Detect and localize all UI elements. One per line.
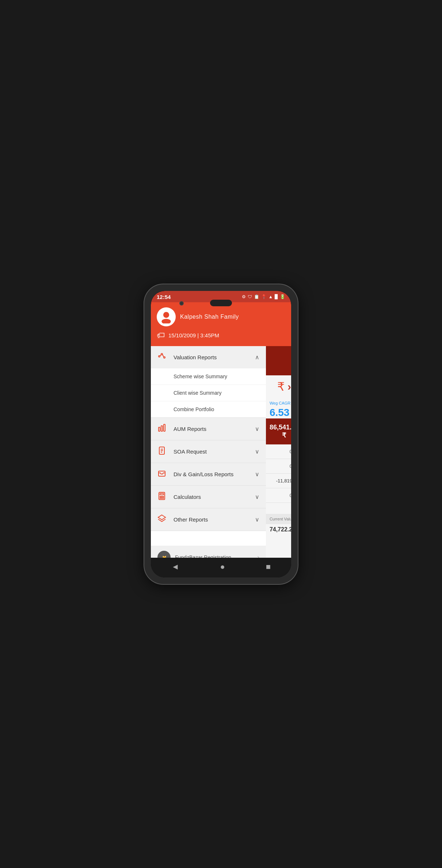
content-area: Valuation Reports ∧ Scheme wise Summary … [151, 346, 291, 558]
forward-chevron-icon[interactable]: › [287, 380, 291, 393]
shield-status-icon: 🛡 [248, 294, 252, 299]
phone-device: 12:54 ⚙ 🛡 📋 📍 ▲ ▉ 🔋 [144, 284, 298, 584]
scheme-wise-summary-item[interactable]: Scheme wise Summary [151, 368, 266, 385]
calculators-header[interactable]: Calculators ∨ [151, 486, 266, 508]
fundzbazar-label: FundzBazar Registration [175, 554, 253, 558]
divgain-chevron-icon: ∨ [255, 471, 259, 478]
fundzbazar-arrow-icon: › [258, 554, 259, 558]
wifi-status-icon: ▲ [268, 294, 273, 299]
background-content: ⋮ ₹ › Weg CAGR 6.53 ↓ 86,541.00 ₹ 0.00 0… [266, 346, 291, 558]
bg-spacer [266, 503, 291, 514]
divgain-reports-header[interactable]: Div & Gain/Loss Reports ∨ [151, 463, 266, 485]
user-row: Kalpesh Shah Family [157, 307, 285, 326]
datetime-row: 🏷 15/10/2009 | 3:45PM [157, 331, 285, 340]
svg-point-4 [164, 357, 165, 358]
cagr-number: 6.53 [270, 407, 290, 418]
camera [179, 301, 184, 306]
valuation-section: Valuation Reports ∧ Scheme wise Summary … [151, 346, 266, 418]
datetime-icon: 🏷 [157, 331, 165, 340]
cagr-label: Weg CAGR [266, 398, 291, 407]
calculators-section: Calculators ∨ [151, 486, 266, 508]
svg-point-22 [163, 498, 164, 499]
fundzbazar-footer[interactable]: 🐱 FundzBazar Registration › [151, 546, 266, 558]
soa-request-label: SOA Request [174, 448, 255, 455]
divgain-reports-label: Div & Gain/Loss Reports [174, 471, 255, 477]
valuation-reports-label: Valuation Reports [174, 354, 255, 360]
other-section: Other Reports ∨ [151, 508, 266, 531]
combine-portfolio-item[interactable]: Combine Portfolio [151, 401, 266, 417]
soa-section: SOA Request ∨ [151, 440, 266, 463]
svg-point-1 [161, 319, 171, 323]
location-status-icon: 📍 [261, 294, 267, 299]
bg-header: ⋮ [266, 346, 291, 375]
svg-rect-16 [160, 493, 164, 495]
svg-point-18 [161, 496, 162, 497]
svg-rect-7 [159, 427, 160, 431]
battery-status-icon: 🔋 [280, 294, 285, 299]
row-1: 0.00 [266, 444, 291, 459]
other-reports-header[interactable]: Other Reports ∨ [151, 508, 266, 531]
recent-button[interactable]: ■ [266, 562, 271, 572]
back-button[interactable]: ◄ [171, 562, 179, 572]
aum-chevron-icon: ∨ [255, 425, 259, 432]
row-4: 0.00 [266, 488, 291, 503]
row-3: -11,819.35 [266, 474, 291, 488]
phone-screen: 12:54 ⚙ 🛡 📋 📍 ▲ ▉ 🔋 [151, 291, 291, 577]
other-reports-label: Other Reports [174, 516, 255, 523]
gear-status-icon: ⚙ [242, 294, 246, 299]
client-wise-summary-item[interactable]: Client wise Summary [151, 385, 266, 401]
svg-point-20 [160, 498, 161, 499]
row-2: 0.00 [266, 459, 291, 474]
calc-chevron-icon: ∨ [255, 493, 259, 500]
svg-rect-9 [164, 424, 165, 431]
avatar [157, 307, 176, 326]
current-value-label: Current Value [266, 514, 291, 524]
current-value: 74,722.27 [266, 524, 291, 535]
valuation-reports-header[interactable]: Valuation Reports ∧ [151, 346, 266, 368]
svg-point-17 [160, 496, 161, 497]
aum-section: AUM Reports ∨ [151, 418, 266, 440]
signal-status-icon: ▉ [275, 294, 278, 299]
valuation-sub-menu: Scheme wise Summary Client wise Summary … [151, 368, 266, 417]
svg-line-6 [163, 355, 164, 357]
rupee-icon: ₹ [277, 380, 285, 394]
soa-request-header[interactable]: SOA Request ∨ [151, 440, 266, 463]
svg-line-5 [160, 355, 161, 356]
aum-reports-label: AUM Reports [174, 426, 255, 432]
status-time: 12:54 [157, 294, 171, 300]
graph-icon [157, 352, 168, 363]
app-header: Kalpesh Shah Family 🏷 15/10/2009 | 3:45P… [151, 302, 291, 346]
status-icons: ⚙ 🛡 📋 📍 ▲ ▉ 🔋 [242, 294, 285, 299]
layers-icon [157, 514, 168, 525]
bar-chart-icon [157, 424, 168, 434]
speaker [210, 300, 232, 306]
navigation-drawer: Valuation Reports ∧ Scheme wise Summary … [151, 346, 266, 558]
svg-point-21 [161, 498, 162, 499]
other-chevron-icon: ∨ [255, 516, 259, 523]
more-options-icon[interactable]: ⋮ [290, 356, 291, 365]
bottom-navigation: ◄ ● ■ [151, 558, 291, 577]
svg-marker-23 [158, 515, 165, 520]
svg-point-19 [163, 496, 164, 497]
drawer-spacer [151, 531, 266, 546]
datetime-text: 15/10/2009 | 3:45PM [168, 332, 219, 338]
home-button[interactable]: ● [220, 562, 225, 572]
document-icon [157, 446, 168, 457]
svg-point-2 [159, 356, 160, 357]
svg-text:🐱: 🐱 [162, 556, 167, 558]
calculators-label: Calculators [174, 494, 255, 500]
user-name: Kalpesh Shah Family [180, 314, 285, 320]
inbox-icon [157, 469, 168, 480]
total-value-bar: 86,541.00 ₹ [266, 418, 291, 444]
cagr-down-icon: ↓ [291, 410, 291, 416]
clipboard-status-icon: 📋 [254, 294, 259, 299]
svg-rect-8 [161, 426, 163, 431]
rupee-chevron-row: ₹ › [266, 375, 291, 398]
svg-point-0 [163, 312, 169, 318]
calculator-icon [157, 492, 168, 502]
fundzbazar-icon: 🐱 [157, 551, 171, 558]
soa-chevron-icon: ∨ [255, 448, 259, 455]
valuation-chevron-up-icon: ∧ [255, 354, 259, 361]
aum-reports-header[interactable]: AUM Reports ∨ [151, 418, 266, 440]
screen-container: 12:54 ⚙ 🛡 📋 📍 ▲ ▉ 🔋 [151, 291, 291, 577]
